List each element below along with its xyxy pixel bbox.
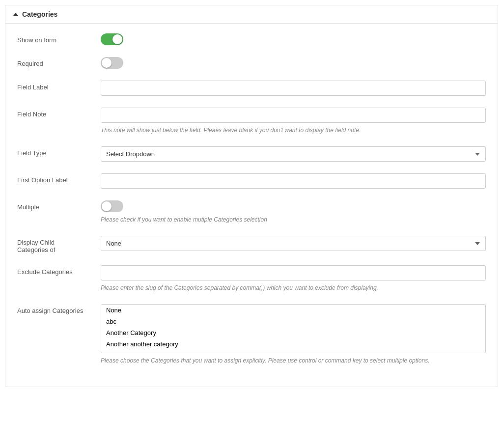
field-label-input[interactable] [101,81,486,96]
multiple-label: Multiple [17,200,101,211]
required-toggle[interactable] [101,57,123,69]
auto-assign-categories-listbox[interactable]: None abc Another Category Another anothe… [101,304,486,353]
auto-assign-categories-control: None abc Another Category Another anothe… [101,304,486,365]
categories-panel: Categories Show on form Required [5,5,498,387]
display-child-categories-select[interactable]: None abc Another Category Another anothe… [101,236,486,251]
field-note-label: Field Note [17,108,101,118]
exclude-categories-hint: Please enter the slug of the Categories … [101,283,486,292]
field-label-control [101,81,486,96]
show-on-form-row: Show on form [17,33,486,45]
show-on-form-thumb [112,34,122,44]
auto-assign-categories-row: Auto assign Categories None abc Another … [17,304,486,365]
multiple-thumb [102,201,112,211]
display-child-categories-control: None abc Another Category Another anothe… [101,236,486,251]
first-option-label-control [101,173,486,189]
required-control [101,57,486,69]
auto-assign-categories-hint: Please choose the Categories that you wa… [101,356,486,365]
display-child-categories-row: Display Child Categories of None abc Ano… [17,236,486,253]
aac-option-another-category: Another Category [101,327,485,338]
field-type-select-wrap: Select Dropdown Text Checkbox Radio [101,146,486,162]
aac-option-abc: abc [101,316,485,327]
panel-title: Categories [22,10,57,18]
aac-option-another-another: Another another category [101,338,485,350]
aac-option-none: None [101,305,485,316]
exclude-categories-row: Exclude Categories Please enter the slug… [17,265,486,292]
field-label-label: Field Label [17,81,101,91]
field-type-label: Field Type [17,146,101,157]
field-note-hint: This note will show just below the field… [101,126,486,135]
exclude-categories-input[interactable] [101,265,486,280]
multiple-toggle[interactable] [101,200,123,212]
multiple-row: Multiple Please check if you want to ena… [17,200,486,224]
show-on-form-track [101,33,123,45]
auto-assign-categories-label: Auto assign Categories [17,304,101,314]
field-note-input[interactable] [101,108,486,123]
panel-header[interactable]: Categories [5,5,498,24]
field-type-select[interactable]: Select Dropdown Text Checkbox Radio [101,146,486,162]
panel-body: Show on form Required [5,24,498,387]
exclude-categories-label: Exclude Categories [17,265,101,276]
multiple-track [101,200,123,212]
required-thumb [102,58,112,68]
show-on-form-control [101,33,486,45]
field-type-control: Select Dropdown Text Checkbox Radio [101,146,486,162]
required-row: Required [17,57,486,69]
field-note-control: This note will show just below the field… [101,108,486,135]
display-child-categories-select-wrap: None abc Another Category Another anothe… [101,236,486,251]
required-label: Required [17,57,101,67]
first-option-label-label: First Option Label [17,173,101,184]
first-option-label-input[interactable] [101,173,486,189]
show-on-form-toggle[interactable] [101,33,123,45]
first-option-label-row: First Option Label [17,173,486,189]
field-type-row: Field Type Select Dropdown Text Checkbox… [17,146,486,162]
collapse-icon [13,13,18,16]
show-on-form-label: Show on form [17,33,101,44]
exclude-categories-control: Please enter the slug of the Categories … [101,265,486,292]
required-track [101,57,123,69]
multiple-hint: Please check if you want to enable mutip… [101,215,486,224]
field-note-row: Field Note This note will show just belo… [17,108,486,135]
display-child-categories-label: Display Child Categories of [17,236,101,253]
field-label-row: Field Label [17,81,486,96]
multiple-control: Please check if you want to enable mutip… [101,200,486,224]
